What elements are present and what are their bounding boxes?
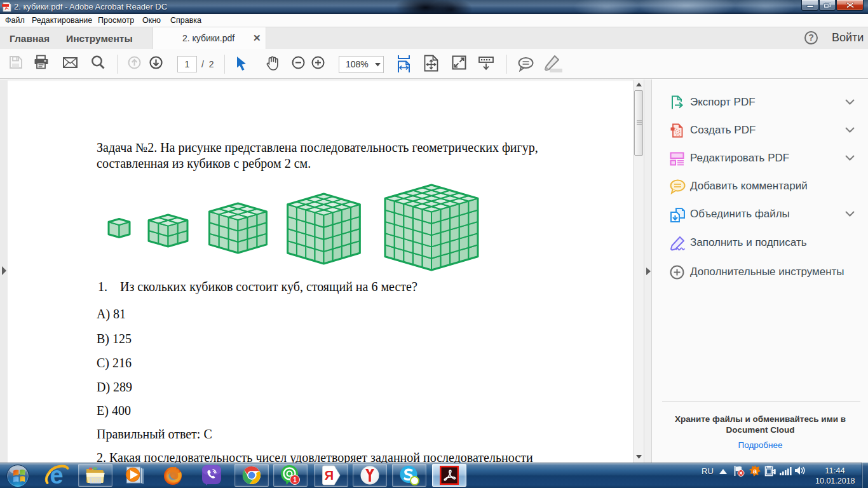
svg-text:Я: Я xyxy=(325,468,334,482)
svg-text:1: 1 xyxy=(293,477,297,484)
svg-text:a: a xyxy=(753,467,757,475)
